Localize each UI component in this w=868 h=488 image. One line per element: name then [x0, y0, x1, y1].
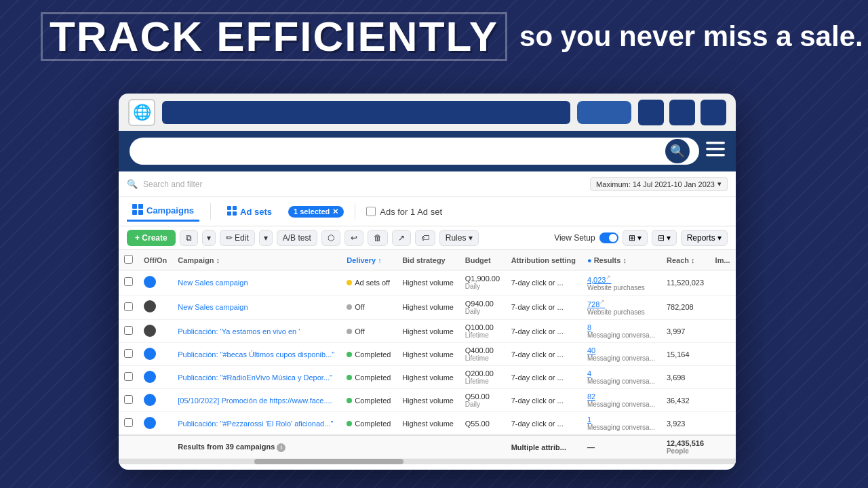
- action-icon-1[interactable]: ⬡: [321, 230, 340, 246]
- results-sub: Website purchases: [587, 308, 656, 316]
- campaign-link[interactable]: Publicación: "#becas Últimos cupos dispo…: [178, 350, 334, 359]
- budget-amount: Q50.00: [465, 392, 500, 401]
- chrome-btn-3[interactable]: [701, 100, 726, 125]
- th-campaign[interactable]: Campaign ↕: [172, 250, 341, 270]
- select-all-checkbox[interactable]: [124, 255, 133, 264]
- row-checkbox[interactable]: [124, 395, 133, 404]
- action-icon-5[interactable]: 🏷: [415, 230, 435, 246]
- breakdown-button[interactable]: ⊟ ▾: [652, 230, 677, 246]
- scroll-thumb[interactable]: [254, 459, 403, 464]
- th-impressions[interactable]: Im...: [710, 250, 736, 270]
- action-icon-3[interactable]: 🗑: [368, 230, 388, 246]
- th-budget[interactable]: Budget: [460, 250, 506, 270]
- th-results[interactable]: ● Results ↕: [582, 250, 661, 270]
- row-checkbox[interactable]: [124, 349, 133, 358]
- tab-ads-for[interactable]: Ads for 1 Ad set: [366, 207, 442, 217]
- svg-rect-6: [138, 210, 143, 215]
- row-campaign-cell: Publicación: "#Pezzarossi 'El Rolo' afic…: [172, 412, 341, 436]
- columns-arrow: ▾: [637, 233, 642, 243]
- th-delivery[interactable]: Delivery ↑: [341, 250, 397, 270]
- campaign-link[interactable]: New Sales campaign: [178, 279, 248, 287]
- date-range-badge[interactable]: Maximum: 14 Jul 2021-10 Jan 2023 ▾: [590, 177, 728, 191]
- row-impressions-cell: [710, 366, 736, 389]
- row-checkbox[interactable]: [124, 372, 133, 381]
- row-attribution-cell: 7-day click or ...: [506, 320, 582, 343]
- create-button[interactable]: + Create: [127, 230, 176, 246]
- reports-button[interactable]: Reports ▾: [681, 230, 728, 246]
- hero-header: TRACK EFFICIENTLY so you never miss a sa…: [41, 12, 863, 61]
- filter-row: 🔍 Search and filter Maximum: 14 Jul 2021…: [119, 171, 736, 197]
- globe-icon[interactable]: 🌐: [128, 99, 155, 126]
- campaign-link[interactable]: Publicación: "#Pezzarossi 'El Rolo' afic…: [178, 420, 333, 428]
- duplicate-button[interactable]: ⧉: [180, 230, 198, 246]
- row-toggle[interactable]: [144, 276, 156, 288]
- row-results-cell: 82Messaging conversa...: [582, 389, 661, 412]
- results-value[interactable]: 4: [587, 369, 591, 378]
- action-icon-2[interactable]: ↩: [344, 230, 363, 246]
- row-checkbox[interactable]: [124, 302, 133, 311]
- row-budget-cell: Q55.00: [460, 412, 506, 436]
- results-value[interactable]: 82: [587, 392, 595, 401]
- campaign-link[interactable]: [05/10/2022] Promoción de https://www.fa…: [178, 396, 332, 405]
- table-row: [05/10/2022] Promoción de https://www.fa…: [119, 389, 736, 412]
- edit-button[interactable]: ✏ Edit: [220, 230, 255, 246]
- results-value[interactable]: 1: [587, 415, 591, 424]
- duplicate-dropdown-button[interactable]: ▾: [202, 230, 216, 246]
- campaign-link[interactable]: Publicación: 'Ya estamos en vivo en ': [178, 327, 300, 336]
- edit-dropdown-button[interactable]: ▾: [259, 230, 273, 246]
- row-toggle[interactable]: [144, 417, 156, 429]
- campaign-link[interactable]: Publicación: "#RadioEnVivo Música y Depo…: [178, 373, 332, 382]
- row-checkbox-cell: [119, 412, 138, 436]
- address-bar[interactable]: [162, 101, 570, 124]
- tab-divider-2: [355, 203, 355, 220]
- hero-title: TRACK EFFICIENTLY: [41, 12, 507, 61]
- columns-button[interactable]: ⊞ ▾: [623, 230, 648, 246]
- hamburger-icon[interactable]: [706, 142, 725, 161]
- row-toggle[interactable]: [144, 371, 156, 383]
- row-delivery-cell: Completed: [341, 366, 397, 389]
- row-toggle[interactable]: [144, 300, 156, 312]
- results-value[interactable]: 8: [587, 323, 591, 331]
- th-reach[interactable]: Reach ↕: [661, 250, 710, 270]
- tab-campaigns[interactable]: Campaigns: [127, 201, 199, 222]
- svg-rect-4: [138, 204, 143, 209]
- th-attribution[interactable]: Attribution setting: [506, 250, 582, 270]
- row-toggle[interactable]: [144, 325, 156, 337]
- campaigns-icon: [132, 204, 143, 217]
- chrome-btn-2[interactable]: [669, 100, 695, 125]
- budget-amount: Q55.00: [465, 420, 500, 428]
- row-delivery-cell: Off: [341, 320, 397, 343]
- row-attribution-cell: 7-day click or ...: [506, 270, 582, 296]
- row-checkbox[interactable]: [124, 277, 133, 286]
- th-bid[interactable]: Bid strategy: [397, 250, 460, 270]
- row-toggle-cell: [138, 389, 172, 412]
- browser-tab[interactable]: [577, 101, 631, 124]
- delivery-dot: [347, 421, 352, 426]
- row-toggle[interactable]: [144, 348, 156, 360]
- search-icon[interactable]: 🔍: [665, 139, 690, 163]
- ab-test-button[interactable]: A/B test: [277, 230, 317, 246]
- row-budget-cell: Q400.00Lifetime: [460, 343, 506, 366]
- tab-ad-sets[interactable]: Ad sets: [222, 203, 277, 220]
- chrome-btn-1[interactable]: [638, 100, 664, 125]
- results-value[interactable]: 728↗: [587, 300, 605, 308]
- rules-button[interactable]: Rules ▾: [439, 230, 479, 246]
- budget-freq: Lifetime: [465, 354, 500, 362]
- campaign-link[interactable]: New Sales campaign: [178, 303, 248, 311]
- footer-budget: [460, 435, 506, 459]
- close-badge-icon[interactable]: ✕: [332, 207, 338, 216]
- horizontal-scrollbar[interactable]: [119, 459, 736, 464]
- search-input-wrap[interactable]: 🔍: [130, 138, 699, 165]
- footer-delivery: [341, 435, 397, 459]
- results-value[interactable]: 4,023↗: [587, 276, 612, 284]
- row-checkbox[interactable]: [124, 326, 133, 335]
- search-filter-input[interactable]: Search and filter: [143, 180, 585, 189]
- action-icon-4[interactable]: ↗: [392, 230, 411, 246]
- results-value[interactable]: 40: [587, 346, 595, 354]
- row-checkbox[interactable]: [124, 418, 133, 427]
- row-toggle[interactable]: [144, 394, 156, 406]
- view-setup-toggle[interactable]: [599, 232, 618, 243]
- tab-row: Campaigns Ad sets 1 selected ✕: [119, 197, 736, 226]
- th-checkbox[interactable]: [119, 250, 138, 270]
- table-footer-row: Results from 39 campaignsiMultiple attri…: [119, 435, 736, 459]
